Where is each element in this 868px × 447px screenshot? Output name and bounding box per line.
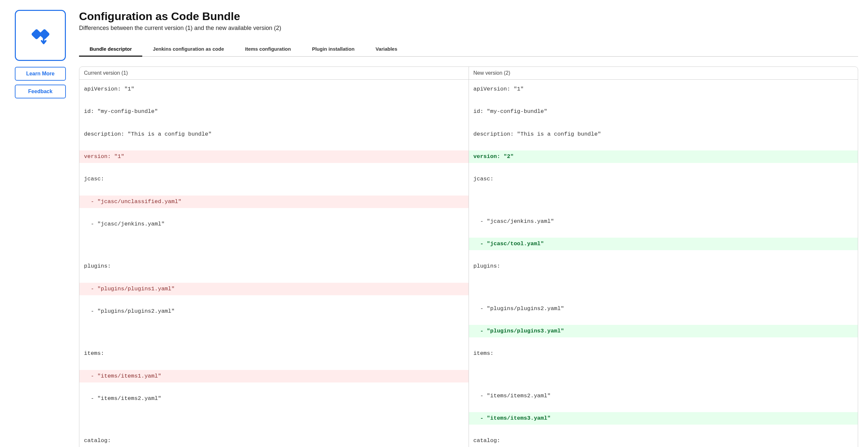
tab-plugin-installation[interactable]: Plugin installation bbox=[301, 42, 365, 56]
diff-line-left bbox=[80, 240, 469, 250]
diff-line-right bbox=[469, 425, 858, 435]
diff-line-left bbox=[80, 405, 469, 415]
diff-line-left bbox=[80, 186, 469, 195]
diff-line-right bbox=[469, 370, 858, 380]
diff-line-right bbox=[469, 205, 858, 215]
diff-line-right: - "jcasc/jenkins.yaml" bbox=[469, 215, 858, 228]
diff-line-right bbox=[469, 228, 858, 238]
tab-bundle-descriptor[interactable]: Bundle descriptor bbox=[79, 42, 142, 56]
diff-line-right bbox=[469, 283, 858, 293]
diff-line-right bbox=[469, 140, 858, 151]
diff-line-right bbox=[469, 360, 858, 370]
diff-line-right: - "plugins/plugins3.yaml" bbox=[469, 325, 858, 338]
main-content: Configuration as Code Bundle Differences… bbox=[79, 10, 858, 447]
diff-line-left bbox=[80, 95, 469, 105]
diff-line-right: - "plugins/plugins2.yaml" bbox=[469, 302, 858, 315]
diff-panel: Current version (1) apiVersion: "1"id: "… bbox=[79, 66, 858, 447]
diff-line-left bbox=[80, 273, 469, 283]
diff-line-left: version: "1" bbox=[80, 151, 469, 163]
diff-line-left: description: "This is a config bundle" bbox=[80, 128, 469, 140]
svg-rect-1 bbox=[39, 29, 50, 40]
diff-line-left bbox=[80, 140, 469, 151]
diff-line-right: apiVersion: "1" bbox=[469, 83, 858, 95]
bundle-icon bbox=[27, 22, 54, 49]
diff-line-right: - "items/items2.yaml" bbox=[469, 390, 858, 402]
diff-line-left: catalog: bbox=[80, 435, 469, 447]
diff-line-left: apiVersion: "1" bbox=[80, 83, 469, 95]
diff-left-column: Current version (1) apiVersion: "1"id: "… bbox=[80, 67, 469, 447]
diff-line-left: - "plugins/plugins1.yaml" bbox=[80, 283, 469, 295]
diff-line-left: plugins: bbox=[80, 260, 469, 273]
diff-left-header: Current version (1) bbox=[80, 67, 469, 79]
tab-variables[interactable]: Variables bbox=[365, 42, 408, 56]
diff-line-right bbox=[469, 402, 858, 412]
diff-line-left: jcasc: bbox=[80, 173, 469, 185]
diff-line-left bbox=[80, 415, 469, 425]
app-logo bbox=[15, 10, 66, 61]
feedback-button[interactable]: Feedback bbox=[15, 85, 66, 98]
diff-right-code: apiVersion: "1"id: "my-config-bundle"des… bbox=[469, 79, 858, 447]
diff-line-right bbox=[469, 380, 858, 390]
diff-line-left bbox=[80, 295, 469, 305]
diff-line-left bbox=[80, 382, 469, 392]
diff-line-right: - "jcasc/tool.yaml" bbox=[469, 238, 858, 250]
diff-line-right: - "items/items3.yaml" bbox=[469, 412, 858, 425]
diff-line-left bbox=[80, 338, 469, 347]
diff-line-right bbox=[469, 315, 858, 325]
diff-line-right bbox=[469, 338, 858, 347]
diff-line-right bbox=[469, 186, 858, 195]
diff-line-right bbox=[469, 293, 858, 302]
diff-line-right: id: "my-config-bundle" bbox=[469, 105, 858, 118]
diff-line-left bbox=[80, 318, 469, 327]
diff-line-left bbox=[80, 118, 469, 128]
diff-line-right: version: "2" bbox=[469, 151, 858, 163]
diff-line-left: items: bbox=[80, 347, 469, 360]
page-title: Configuration as Code Bundle bbox=[79, 10, 858, 23]
diff-right-column: New version (2) apiVersion: "1"id: "my-c… bbox=[469, 67, 858, 447]
diff-line-left: id: "my-config-bundle" bbox=[80, 105, 469, 118]
diff-line-left bbox=[80, 425, 469, 435]
page-subtitle: Differences between the current version … bbox=[79, 25, 858, 32]
tab-items-configuration[interactable]: Items configuration bbox=[235, 42, 301, 56]
sidebar: Learn More Feedback bbox=[15, 10, 66, 447]
diff-line-left: - "items/items2.yaml" bbox=[80, 392, 469, 405]
diff-line-left bbox=[80, 208, 469, 218]
diff-line-right: plugins: bbox=[469, 260, 858, 273]
diff-line-left: - "jcasc/unclassified.yaml" bbox=[80, 195, 469, 208]
diff-line-left bbox=[80, 327, 469, 338]
diff-line-right bbox=[469, 163, 858, 173]
diff-line-right bbox=[469, 273, 858, 283]
diff-line-left: - "jcasc/jenkins.yaml" bbox=[80, 218, 469, 230]
diff-line-right bbox=[469, 250, 858, 260]
diff-right-header: New version (2) bbox=[469, 67, 858, 79]
diff-line-right: catalog: bbox=[469, 435, 858, 447]
diff-left-code: apiVersion: "1"id: "my-config-bundle"des… bbox=[80, 79, 469, 447]
learn-more-button[interactable]: Learn More bbox=[15, 67, 66, 81]
diff-line-right: jcasc: bbox=[469, 173, 858, 185]
diff-line-right: items: bbox=[469, 347, 858, 360]
tab-jenkins-configuration-as-code[interactable]: Jenkins configuration as code bbox=[142, 42, 235, 56]
diff-line-left: - "plugins/plugins2.yaml" bbox=[80, 305, 469, 318]
diff-line-right bbox=[469, 118, 858, 128]
diff-line-right bbox=[469, 195, 858, 205]
diff-line-left bbox=[80, 230, 469, 240]
diff-line-left bbox=[80, 360, 469, 370]
diff-line-left bbox=[80, 163, 469, 173]
diff-line-right bbox=[469, 95, 858, 105]
diff-line-left: - "items/items1.yaml" bbox=[80, 370, 469, 382]
tab-bar: Bundle descriptorJenkins configuration a… bbox=[79, 42, 858, 57]
diff-line-left bbox=[80, 250, 469, 260]
diff-line-right: description: "This is a config bundle" bbox=[469, 128, 858, 140]
